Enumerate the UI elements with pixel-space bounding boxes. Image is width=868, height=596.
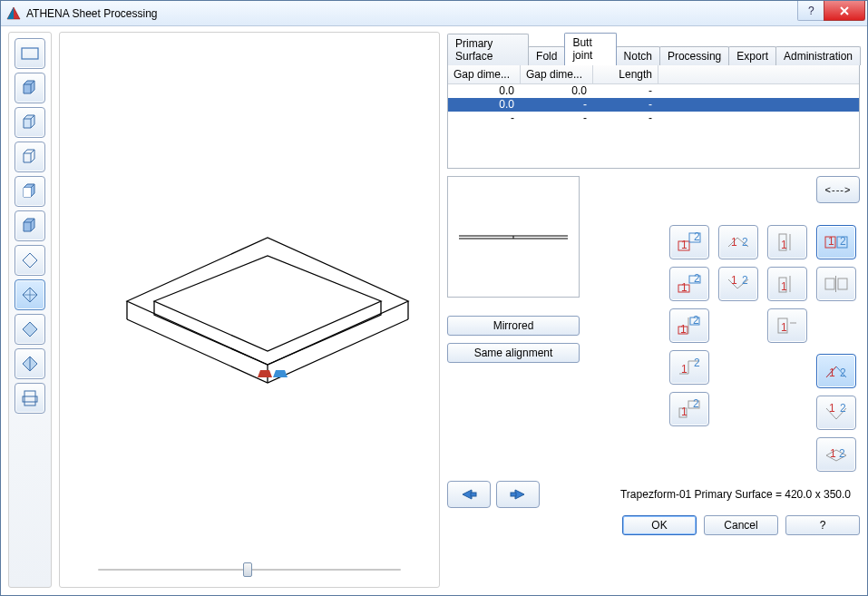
sidebar-item-prism-2[interactable] <box>15 348 45 379</box>
sidebar-item-page[interactable] <box>15 383 45 414</box>
dialog-window: ATHENA Sheet Processing ? <box>0 0 868 596</box>
same-alignment-button[interactable]: Same alignment <box>447 343 580 363</box>
joint-icon-corner-c[interactable]: 12 <box>816 437 856 472</box>
svg-text:1: 1 <box>829 366 835 379</box>
dialog-buttons: OK Cancel ? <box>447 515 860 535</box>
svg-text:2: 2 <box>840 402 846 415</box>
svg-text:2: 2 <box>693 314 699 327</box>
svg-text:1: 1 <box>681 281 688 294</box>
svg-rect-58 <box>511 493 516 496</box>
table-row[interactable]: 0.0 0.0 - <box>448 84 859 98</box>
table-row[interactable]: 0.0 - - <box>448 98 859 112</box>
sidebar-item-prism-1[interactable] <box>15 314 45 345</box>
svg-rect-48 <box>825 278 834 289</box>
svg-text:2: 2 <box>694 230 700 243</box>
sidebar-item-cube-3[interactable] <box>15 142 45 172</box>
client-area: Primary Surface Fold Butt joint Notch Pr… <box>1 26 867 595</box>
tab-export[interactable]: Export <box>728 46 776 65</box>
sidebar-item-cube-4[interactable] <box>15 176 45 207</box>
status-text: Trapezform-01 Primary Surface = 420.0 x … <box>540 488 860 501</box>
joint-icon-edge-a[interactable]: 1 <box>767 225 807 259</box>
svg-text:2: 2 <box>840 235 846 248</box>
svg-text:1: 1 <box>681 239 688 251</box>
sidebar <box>8 32 52 588</box>
sidebar-item-cube-2[interactable] <box>15 107 45 138</box>
svg-text:2: 2 <box>839 447 845 460</box>
swap-button[interactable]: <---> <box>816 176 860 203</box>
sidebar-item-diamond[interactable] <box>15 245 45 276</box>
help-button[interactable]: ? <box>785 515 860 535</box>
preview-drawing <box>73 183 426 437</box>
svg-text:1: 1 <box>731 236 737 249</box>
joint-icon-edge-c[interactable]: 1 <box>767 308 807 343</box>
col-gap1[interactable]: Gap dime... <box>448 65 521 83</box>
window-title: ATHENA Sheet Processing <box>26 7 798 20</box>
mirrored-button[interactable]: Mirrored <box>447 316 580 336</box>
tab-primary-surface[interactable]: Primary Surface <box>447 34 529 65</box>
svg-text:?: ? <box>808 5 814 16</box>
ok-button[interactable]: OK <box>622 515 697 535</box>
joint-icon-seam-b[interactable] <box>816 267 856 301</box>
sidebar-item-rect[interactable] <box>15 38 45 69</box>
svg-text:2: 2 <box>742 236 748 249</box>
tab-butt-joint[interactable]: Butt joint <box>564 33 616 65</box>
svg-text:2: 2 <box>694 357 700 369</box>
panel-footer: Trapezform-01 Primary Surface = 420.0 x … <box>447 481 860 508</box>
titlebar-close-button[interactable] <box>824 1 865 21</box>
svg-rect-57 <box>471 493 476 496</box>
cancel-button[interactable]: Cancel <box>704 515 778 535</box>
col-gap2[interactable]: Gap dime... <box>521 65 593 83</box>
joint-icon-corner-a[interactable]: 12 <box>816 354 856 388</box>
joint-icon-iso-b[interactable]: 12 <box>718 267 758 301</box>
svg-text:1: 1 <box>781 239 787 251</box>
tab-notch[interactable]: Notch <box>616 46 660 65</box>
tab-bar: Primary Surface Fold Butt joint Notch Pr… <box>447 32 860 64</box>
svg-text:1: 1 <box>681 363 688 376</box>
preview-pane <box>59 32 440 588</box>
joint-icon-j12-b[interactable]: 12 <box>669 267 709 301</box>
joint-icon-iso-a[interactable]: 12 <box>718 225 758 259</box>
svg-marker-7 <box>258 370 272 377</box>
table-header: Gap dime... Gap dime... Length <box>448 65 859 84</box>
next-button[interactable] <box>496 481 540 508</box>
sidebar-item-diamond-notch[interactable] <box>15 279 45 310</box>
titlebar: ATHENA Sheet Processing ? <box>1 1 867 26</box>
svg-text:2: 2 <box>840 366 846 379</box>
joint-icon-seam-a[interactable]: 12 <box>816 225 856 259</box>
svg-rect-49 <box>838 278 847 289</box>
joint-icon-j12-c[interactable]: 12 <box>669 308 709 343</box>
prev-button[interactable] <box>447 481 491 508</box>
zoom-slider[interactable] <box>98 565 401 574</box>
svg-text:1: 1 <box>828 235 834 248</box>
table-row[interactable]: - - - <box>448 112 859 125</box>
svg-rect-5 <box>24 391 35 405</box>
joint-icon-corner-b[interactable]: 12 <box>816 396 856 430</box>
svg-text:1: 1 <box>781 280 787 293</box>
joint-icon-j12-e[interactable]: 12 <box>669 392 709 426</box>
svg-text:1: 1 <box>830 447 836 460</box>
svg-text:1: 1 <box>681 405 688 418</box>
svg-rect-4 <box>24 188 31 197</box>
app-icon <box>6 6 21 21</box>
svg-text:1: 1 <box>829 402 835 415</box>
joint-icon-j12-a[interactable]: 12 <box>669 225 709 259</box>
titlebar-help-button[interactable]: ? <box>797 1 824 21</box>
svg-text:1: 1 <box>781 321 787 334</box>
svg-text:2: 2 <box>694 272 700 285</box>
right-panel: Primary Surface Fold Butt joint Notch Pr… <box>447 32 860 588</box>
detail-row: Mirrored Same alignment 12 12 12 12 12 <box>447 176 860 472</box>
tab-administration[interactable]: Administration <box>775 46 861 65</box>
main-row: Primary Surface Fold Butt joint Notch Pr… <box>8 32 860 588</box>
svg-text:1: 1 <box>680 323 687 336</box>
svg-text:2: 2 <box>693 397 699 410</box>
sidebar-item-cube-1[interactable] <box>15 73 45 103</box>
svg-rect-3 <box>22 48 38 59</box>
joint-preview <box>447 176 580 298</box>
col-length[interactable]: Length <box>593 65 658 83</box>
joint-icon-edge-b[interactable]: 1 <box>767 267 807 301</box>
joint-icon-j12-d[interactable]: 12 <box>669 350 709 385</box>
joint-table[interactable]: Gap dime... Gap dime... Length 0.0 0.0 -… <box>447 64 860 169</box>
sidebar-item-cube-5[interactable] <box>15 210 45 241</box>
tab-processing[interactable]: Processing <box>659 46 729 65</box>
tab-fold[interactable]: Fold <box>528 46 565 65</box>
